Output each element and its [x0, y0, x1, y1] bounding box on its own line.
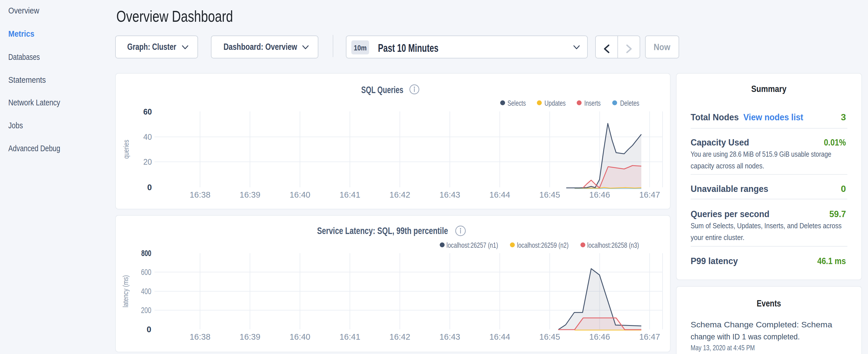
svg-text:Selects: Selects — [507, 99, 526, 107]
svg-text:16:43: 16:43 — [439, 190, 460, 199]
svg-text:16:41: 16:41 — [340, 190, 361, 199]
svg-text:Capacity Used: Capacity Used — [691, 137, 749, 148]
svg-text:Advanced Debug: Advanced Debug — [8, 143, 60, 153]
svg-text:Metrics: Metrics — [8, 29, 34, 38]
svg-text:59.7: 59.7 — [829, 209, 846, 219]
svg-text:16:46: 16:46 — [589, 332, 610, 342]
svg-text:Queries per second: Queries per second — [691, 209, 769, 219]
svg-text:Now: Now — [654, 42, 670, 52]
svg-text:3: 3 — [841, 112, 846, 122]
svg-text:Total Nodes: Total Nodes — [691, 112, 739, 122]
svg-text:46.1 ms: 46.1 ms — [817, 256, 846, 266]
svg-text:May 13, 2020 at 4:45 PM: May 13, 2020 at 4:45 PM — [691, 344, 755, 352]
svg-text:16:38: 16:38 — [190, 190, 211, 199]
svg-text:queries: queries — [122, 140, 130, 159]
svg-text:Unavailable ranges: Unavailable ranges — [691, 184, 768, 194]
svg-text:Network Latency: Network Latency — [8, 98, 60, 107]
svg-text:Dashboard: Overview: Dashboard: Overview — [223, 42, 298, 52]
svg-text:Inserts: Inserts — [584, 99, 601, 107]
svg-text:Statements: Statements — [8, 75, 46, 85]
svg-text:Schema Change Completed: Schem: Schema Change Completed: Schema — [691, 320, 832, 329]
svg-text:Sum of Selects, Updates, Inser: Sum of Selects, Updates, Inserts, and De… — [691, 221, 842, 230]
svg-text:0: 0 — [147, 325, 151, 334]
svg-text:60: 60 — [143, 107, 152, 116]
svg-text:Overview Dashboard: Overview Dashboard — [116, 7, 233, 25]
svg-text:localhost:26259 (n2): localhost:26259 (n2) — [517, 241, 568, 250]
svg-text:16:42: 16:42 — [390, 332, 410, 342]
svg-text:16:38: 16:38 — [190, 332, 211, 342]
svg-text:16:44: 16:44 — [490, 332, 510, 342]
svg-text:16:45: 16:45 — [539, 190, 560, 199]
svg-text:Past 10 Minutes: Past 10 Minutes — [378, 42, 438, 54]
svg-text:Updates: Updates — [545, 99, 566, 107]
svg-text:your entire cluster.: your entire cluster. — [691, 233, 744, 242]
svg-text:16:44: 16:44 — [490, 190, 510, 199]
svg-text:16:39: 16:39 — [240, 190, 260, 199]
svg-text:20: 20 — [143, 157, 152, 166]
svg-text:16:45: 16:45 — [539, 332, 560, 342]
svg-text:capacity across all nodes.: capacity across all nodes. — [691, 162, 764, 170]
svg-text:Overview: Overview — [8, 6, 39, 15]
svg-text:600: 600 — [141, 267, 151, 277]
svg-text:16:40: 16:40 — [289, 190, 310, 199]
svg-text:40: 40 — [143, 132, 152, 141]
svg-text:Summary: Summary — [751, 84, 787, 94]
svg-text:P99 latency: P99 latency — [691, 256, 738, 266]
svg-text:Service Latency: SQL, 99th per: Service Latency: SQL, 99th percentile — [317, 225, 448, 236]
svg-text:200: 200 — [141, 305, 151, 315]
svg-text:0: 0 — [147, 183, 152, 192]
svg-text:You are using 28.6 MiB of 515.: You are using 28.6 MiB of 515.9 GiB usab… — [691, 150, 831, 158]
svg-text:800: 800 — [141, 249, 151, 258]
svg-text:change with ID 1 was completed: change with ID 1 was completed. — [691, 332, 800, 341]
svg-text:0.01%: 0.01% — [824, 137, 846, 148]
svg-text:Graph: Cluster: Graph: Cluster — [127, 42, 176, 52]
svg-text:localhost:26258 (n3): localhost:26258 (n3) — [587, 241, 639, 250]
svg-text:16:42: 16:42 — [390, 190, 410, 199]
svg-text:400: 400 — [141, 287, 151, 296]
svg-text:Events: Events — [757, 298, 781, 309]
svg-text:10m: 10m — [354, 44, 367, 52]
svg-text:localhost:26257 (n1): localhost:26257 (n1) — [446, 241, 498, 250]
svg-text:16:47: 16:47 — [639, 332, 660, 342]
svg-text:16:43: 16:43 — [439, 332, 460, 342]
svg-text:0: 0 — [841, 184, 846, 194]
svg-text:SQL Queries: SQL Queries — [361, 85, 403, 95]
svg-text:latency (ms): latency (ms) — [121, 275, 130, 308]
svg-text:Deletes: Deletes — [620, 99, 639, 107]
svg-text:16:41: 16:41 — [340, 332, 361, 342]
svg-text:Jobs: Jobs — [8, 121, 23, 130]
svg-text:16:40: 16:40 — [289, 332, 310, 342]
svg-text:16:47: 16:47 — [639, 190, 660, 199]
svg-text:Databases: Databases — [8, 52, 40, 62]
svg-text:View nodes list: View nodes list — [743, 112, 803, 122]
svg-text:16:46: 16:46 — [589, 190, 610, 199]
svg-text:16:39: 16:39 — [240, 332, 260, 342]
